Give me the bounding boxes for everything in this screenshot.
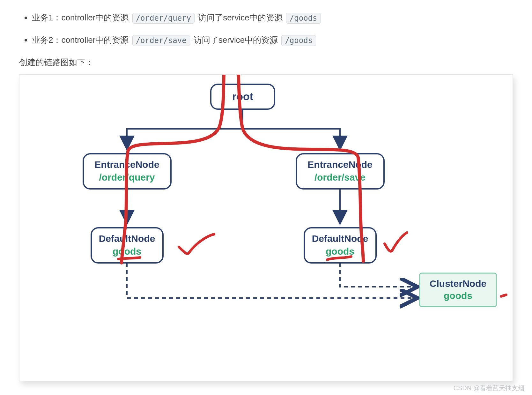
tree-diagram: root EntranceNode /order/query EntranceN…: [19, 75, 520, 381]
cluster-res: goods: [444, 290, 472, 301]
code-order-save: /order/save: [132, 35, 190, 46]
intro-paragraph: 创建的链路图如下：: [19, 57, 522, 68]
bullet-1-prefix: 业务1：controller中的资源: [32, 13, 129, 22]
root-label: root: [232, 90, 253, 102]
underline-goods-left: [118, 257, 140, 259]
bullet-1-mid: 访问了service中的资源: [198, 13, 282, 22]
code-goods-2: /goods: [281, 35, 316, 46]
default-right-title: DefaultNode: [312, 233, 368, 244]
bullet-2-mid: 访问了service中的资源: [194, 35, 278, 45]
checkmark-icon-right: [385, 233, 407, 251]
code-goods-1: /goods: [286, 13, 321, 24]
code-order-query: /order/query: [132, 13, 195, 24]
cluster-title: ClusterNode: [430, 278, 486, 289]
bullet-item-1: 业务1：controller中的资源 /order/query 访问了servi…: [32, 12, 522, 24]
bullet-item-2: 业务2：controller中的资源 /order/save 访问了servic…: [32, 34, 522, 46]
checkmark-icon-left: [179, 234, 214, 254]
entrance-right-title: EntranceNode: [307, 159, 372, 170]
watermark: CSDN @看着蓝天抽支烟: [453, 384, 524, 392]
bullet-2-prefix: 业务2：controller中的资源: [32, 35, 129, 45]
default-left-title: DefaultNode: [99, 233, 155, 244]
diagram-container: root EntranceNode /order/query EntranceN…: [19, 74, 513, 381]
stray-mark-icon: [501, 295, 506, 296]
default-right-res: goods: [326, 246, 354, 257]
default-left-res: goods: [113, 246, 141, 257]
bullet-list: 业务1：controller中的资源 /order/query 访问了servi…: [32, 12, 522, 46]
